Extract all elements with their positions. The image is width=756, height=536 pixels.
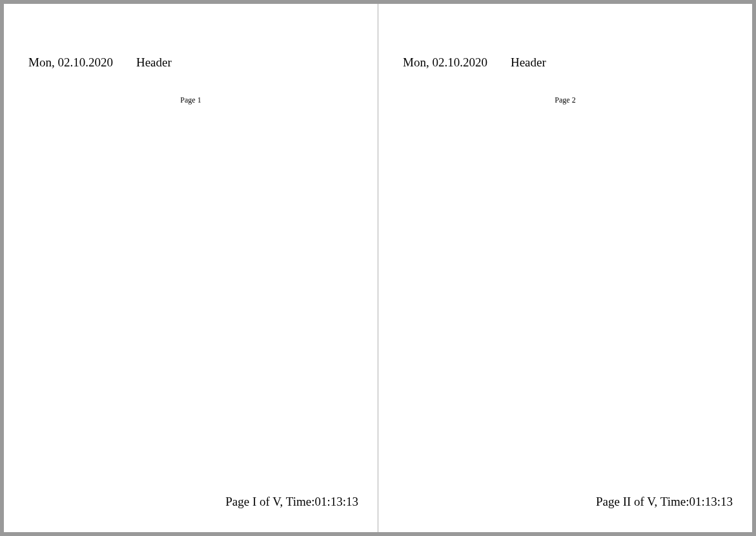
page-footer: Page II of V, Time:01:13:13 — [596, 495, 733, 509]
document-page-2: Mon, 02.10.2020 Header Page 2 Page II of… — [378, 4, 752, 532]
header-date: Mon, 02.10.2020 — [403, 55, 487, 70]
page-header: Mon, 02.10.2020 Header — [28, 55, 172, 70]
header-text: Header — [511, 55, 546, 70]
page-title: Page 1 — [4, 95, 378, 105]
document-page-1: Mon, 02.10.2020 Header Page 1 Page I of … — [4, 4, 378, 532]
page-title: Page 2 — [378, 95, 752, 105]
page-footer: Page I of V, Time:01:13:13 — [225, 495, 358, 509]
header-date: Mon, 02.10.2020 — [28, 55, 113, 70]
document-container: Mon, 02.10.2020 Header Page 1 Page I of … — [4, 4, 752, 532]
header-text: Header — [136, 55, 172, 70]
page-header: Mon, 02.10.2020 Header — [403, 55, 546, 70]
